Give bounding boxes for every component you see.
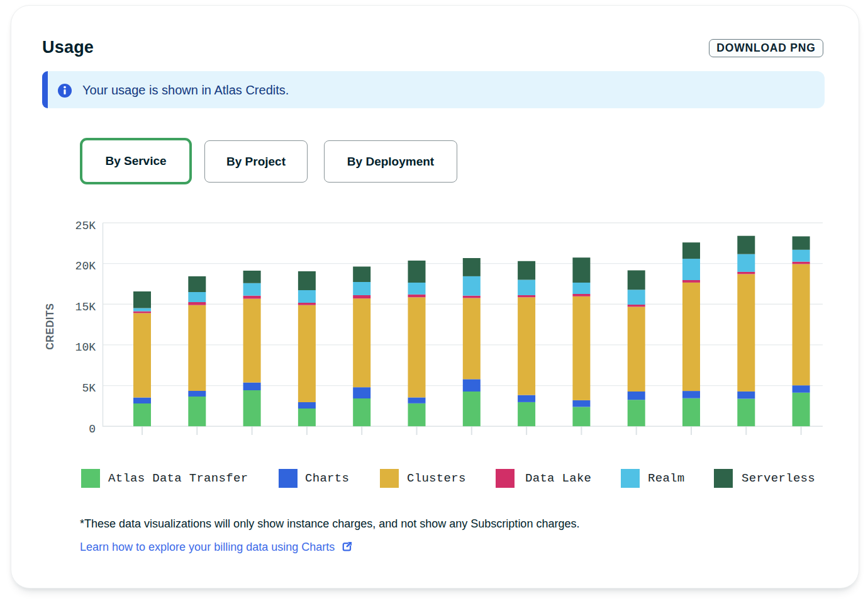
svg-text:20K: 20K [75, 260, 96, 273]
svg-text:25K: 25K [75, 220, 96, 232]
svg-text:10K: 10K [75, 341, 96, 354]
svg-text:CREDITS: CREDITS [45, 303, 55, 349]
svg-text:15K: 15K [75, 301, 96, 313]
svg-text:0: 0 [89, 423, 96, 436]
svg-text:5K: 5K [82, 382, 96, 395]
